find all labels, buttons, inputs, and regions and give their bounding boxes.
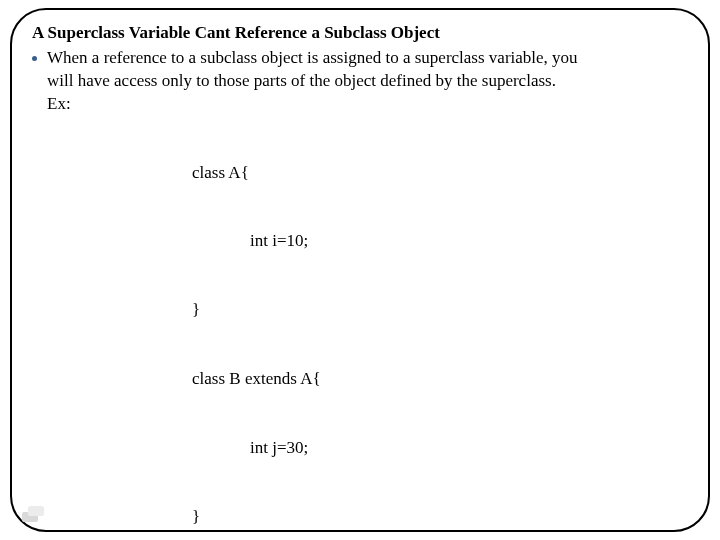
code-line: } bbox=[192, 299, 688, 322]
bullet-text: When a reference to a subclass object is… bbox=[47, 47, 688, 116]
content-area: A Superclass Variable Cant Reference a S… bbox=[18, 18, 702, 540]
slide-title: A Superclass Variable Cant Reference a S… bbox=[32, 22, 688, 45]
slide: A Superclass Variable Cant Reference a S… bbox=[0, 0, 720, 540]
code-line: class A{ bbox=[192, 162, 688, 185]
code-line: int j=30; bbox=[192, 437, 688, 460]
code-block: class A{ int i=10; } class B extends A{ … bbox=[192, 116, 688, 540]
bullet-line-1: When a reference to a subclass object is… bbox=[47, 48, 578, 67]
corner-decoration-icon bbox=[22, 506, 44, 522]
code-line: class B extends A{ bbox=[192, 368, 688, 391]
code-line: } bbox=[192, 506, 688, 529]
bullet-item: When a reference to a subclass object is… bbox=[32, 47, 688, 116]
bullet-icon bbox=[32, 56, 37, 61]
code-line: int i=10; bbox=[192, 230, 688, 253]
bullet-line-2: will have access only to those parts of … bbox=[47, 71, 556, 90]
example-label: Ex: bbox=[47, 94, 71, 113]
